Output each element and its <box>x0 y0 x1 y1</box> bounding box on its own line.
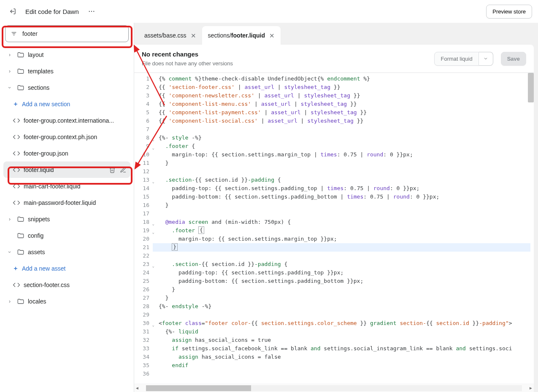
chevron-right-icon: › <box>6 68 14 74</box>
version-title: No recent changes <box>142 51 233 58</box>
rename-file-button[interactable] <box>119 165 128 175</box>
exit-button[interactable] <box>6 5 19 18</box>
delete-file-button[interactable] <box>108 165 117 175</box>
file-item[interactable]: main-password-footer.liquid <box>3 194 130 211</box>
format-liquid-button[interactable]: Format liquid <box>434 52 479 66</box>
chevron-right-icon: › <box>6 298 14 304</box>
scroll-left-arrow[interactable]: ◄ <box>134 386 140 390</box>
file-label: footer.liquid <box>24 166 104 173</box>
folder-templates[interactable]: › templates <box>3 63 130 79</box>
format-liquid-group: Format liquid <box>434 52 493 66</box>
file-sidebar: › layout › templates › sections ＋ Add a … <box>0 23 134 392</box>
top-bar: Edit code for Dawn Preview store <box>0 0 538 23</box>
vertical-scrollbar[interactable] <box>528 73 534 102</box>
preview-store-button[interactable]: Preview store <box>486 5 532 19</box>
folder-label: locales <box>28 298 128 305</box>
file-search-box[interactable] <box>5 25 129 42</box>
folder-config[interactable]: config <box>3 227 130 244</box>
code-file-icon <box>13 150 20 157</box>
chevron-down-icon: › <box>7 84 13 91</box>
file-label: main-password-footer.liquid <box>24 199 128 206</box>
format-options-dropdown[interactable] <box>479 52 493 66</box>
folder-label: config <box>28 232 128 239</box>
chevron-right-icon: › <box>6 216 14 222</box>
code-file-icon <box>13 281 20 289</box>
folder-locales[interactable]: › locales <box>3 293 130 309</box>
folder-label: assets <box>28 249 128 255</box>
close-tab-button[interactable]: ✕ <box>269 32 275 39</box>
add-section-link[interactable]: ＋ Add a new section <box>3 96 130 112</box>
close-tab-button[interactable]: ✕ <box>191 32 196 39</box>
code-file-icon <box>13 183 20 190</box>
svg-point-2 <box>93 11 94 12</box>
folder-label: snippets <box>28 216 128 223</box>
editor-toolbar: No recent changes File does not have any… <box>134 45 534 73</box>
line-gutter: 12345678⌄9⌄10111213⌄1415161718⌄19⌄202122… <box>134 73 153 384</box>
plus-icon: ＋ <box>13 100 19 108</box>
editor-tab[interactable]: assets/base.css ✕ <box>138 26 202 45</box>
code-content[interactable]: {% comment %}theme-check-disable Undefin… <box>153 73 534 384</box>
horizontal-scrollbar[interactable]: ◄ ► <box>134 384 534 392</box>
file-tree[interactable]: › layout › templates › sections ＋ Add a … <box>0 46 134 388</box>
file-item-active[interactable]: footer.liquid <box>3 161 130 178</box>
folder-snippets[interactable]: › snippets <box>3 211 130 227</box>
folder-icon <box>17 232 24 239</box>
chevron-down-icon: › <box>7 248 13 256</box>
file-label: footer-group.context.internationa... <box>24 117 128 124</box>
add-asset-link[interactable]: ＋ Add a new asset <box>3 260 130 277</box>
folder-sections[interactable]: › sections <box>3 79 130 96</box>
more-actions-button[interactable] <box>85 5 98 18</box>
editor-tabs: assets/base.css ✕ sections/footer.liquid… <box>134 26 534 45</box>
scrollbar-thumb[interactable] <box>146 385 251 391</box>
folder-layout[interactable]: › layout <box>3 46 130 63</box>
svg-point-1 <box>91 11 92 12</box>
file-search-input[interactable] <box>22 30 123 38</box>
file-item[interactable]: footer-group.context.internationa... <box>3 112 130 129</box>
version-subtitle: File does not have any other versions <box>142 60 233 67</box>
plus-icon: ＋ <box>13 265 19 272</box>
file-label: footer-group.json <box>24 150 128 157</box>
file-label: section-footer.css <box>24 282 128 288</box>
scroll-right-arrow[interactable]: ► <box>528 386 534 390</box>
code-editor[interactable]: 12345678⌄9⌄10111213⌄1415161718⌄19⌄202122… <box>134 73 534 384</box>
folder-label: sections <box>28 84 128 91</box>
editor-area: assets/base.css ✕ sections/footer.liquid… <box>134 23 538 392</box>
folder-icon <box>17 248 24 256</box>
file-item[interactable]: footer-group.json <box>3 145 130 161</box>
add-asset-label: Add a new asset <box>22 265 128 272</box>
file-item[interactable]: main-cart-footer.liquid <box>3 178 130 194</box>
folder-label: layout <box>28 51 128 58</box>
tab-label: sections/footer.liquid <box>208 32 265 39</box>
svg-point-0 <box>89 11 89 12</box>
code-file-icon <box>13 199 20 207</box>
add-section-label: Add a new section <box>22 101 128 107</box>
editor-tab-active[interactable]: sections/footer.liquid ✕ <box>202 26 281 45</box>
folder-icon <box>17 67 24 75</box>
page-title: Edit code for Dawn <box>25 8 79 15</box>
code-file-icon <box>13 166 20 174</box>
file-label: main-cart-footer.liquid <box>24 183 128 190</box>
filter-icon <box>11 30 17 37</box>
code-file-icon <box>13 133 20 141</box>
tab-label: assets/base.css <box>144 32 187 39</box>
file-item[interactable]: footer-group.context.ph.json <box>3 129 130 145</box>
code-file-icon <box>13 117 20 124</box>
file-label: footer-group.context.ph.json <box>24 134 128 140</box>
save-button[interactable]: Save <box>501 52 526 66</box>
folder-assets[interactable]: › assets <box>3 244 130 260</box>
file-item[interactable]: section-footer.css <box>3 277 130 293</box>
folder-icon <box>17 84 24 91</box>
folder-icon <box>17 51 24 59</box>
folder-icon <box>17 298 24 305</box>
folder-label: templates <box>28 68 128 75</box>
folder-icon <box>17 215 24 223</box>
chevron-right-icon: › <box>6 52 14 58</box>
